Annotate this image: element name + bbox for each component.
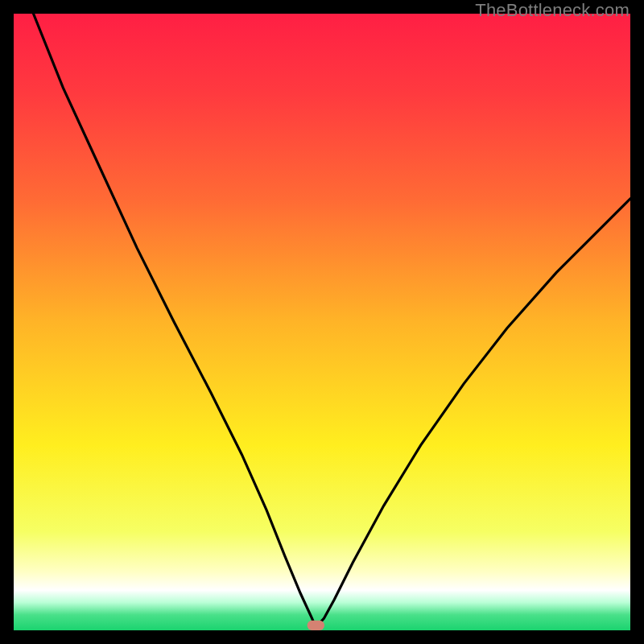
chart-frame bbox=[14, 14, 630, 630]
watermark-text: TheBottleneck.com bbox=[475, 0, 630, 21]
gradient-bg bbox=[14, 14, 630, 630]
chart-svg bbox=[14, 14, 630, 630]
minimum-marker bbox=[308, 621, 324, 630]
